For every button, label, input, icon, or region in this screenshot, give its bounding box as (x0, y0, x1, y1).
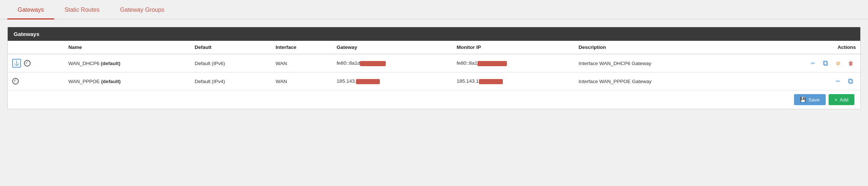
row2-name-suffix: (default) (101, 79, 121, 84)
row1-actions: ✏ ⊘ 🗑 (743, 54, 860, 72)
row2-interface: WAN (271, 72, 332, 90)
gateways-card: Gateways Name Default Interface Gateway … (7, 27, 861, 109)
row1-monitor-ip: fe80::8a1 (452, 54, 574, 72)
row1-gateway-redacted (360, 61, 386, 66)
edit-button[interactable]: ✏ (833, 76, 843, 86)
edit-button[interactable]: ✏ (808, 58, 818, 68)
row2-monitor-ip: 185.143.1 (452, 72, 574, 90)
col-icon (8, 41, 64, 54)
row1-name-suffix: (default) (101, 61, 120, 66)
copy-icon (823, 60, 829, 66)
table-header-row: Name Default Interface Gateway Monitor I… (8, 41, 860, 54)
copy-button[interactable] (821, 58, 831, 68)
row2-icons (8, 72, 64, 90)
add-plus-icon: + (835, 97, 837, 103)
copy-button[interactable] (846, 76, 856, 86)
table-row: WAN_PPPOE (default) Default (IPv4) WAN 1… (8, 72, 860, 90)
col-description: Description (574, 41, 743, 54)
row2-description: Interface WAN_PPPOE Gateway (574, 72, 743, 90)
tab-gateway-groups[interactable]: Gateway Groups (110, 0, 174, 19)
status-check-icon (12, 78, 19, 85)
row1-icons: ⚓ (8, 54, 64, 72)
table-row: ⚓ WAN_DHCP6 (default) Default (IPv6) WAN… (8, 54, 860, 72)
status-check-icon (24, 60, 31, 67)
anchor-icon: ⚓ (12, 59, 21, 68)
row2-gateway-redacted (356, 79, 380, 84)
row1-interface: WAN (271, 54, 332, 72)
main-content: Gateways Name Default Interface Gateway … (0, 19, 868, 117)
tabs-bar: Gateways Static Routes Gateway Groups (0, 0, 868, 19)
row2-monitor-redacted (479, 79, 503, 84)
row1-name: WAN_DHCP6 (default) (64, 54, 190, 72)
row2-actions: ✏ (743, 72, 860, 90)
col-interface: Interface (271, 41, 332, 54)
row1-default: Default (IPv6) (190, 54, 271, 72)
save-label: Save (808, 97, 820, 103)
delete-button[interactable]: 🗑 (846, 58, 856, 68)
col-actions: Actions (743, 41, 860, 54)
row2-name: WAN_PPPOE (default) (64, 72, 190, 90)
col-gateway: Gateway (332, 41, 452, 54)
gateways-table: Name Default Interface Gateway Monitor I… (8, 41, 860, 90)
tab-gateways[interactable]: Gateways (7, 0, 54, 19)
copy-icon (848, 78, 854, 84)
col-default: Default (190, 41, 271, 54)
save-icon: 💾 (800, 97, 806, 103)
row1-gateway: fe80::8a1d (332, 54, 452, 72)
row1-description: Interface WAN_DHCP6 Gateway (574, 54, 743, 72)
disable-button[interactable]: ⊘ (833, 58, 843, 68)
col-monitor-ip: Monitor IP (452, 41, 574, 54)
col-name: Name (64, 41, 190, 54)
footer-actions: 💾 Save + Add (8, 90, 860, 109)
save-button[interactable]: 💾 Save (794, 94, 826, 105)
add-button[interactable]: + Add (829, 94, 854, 105)
row2-gateway: 185.143. (332, 72, 452, 90)
add-label: Add (840, 97, 848, 103)
row1-monitor-redacted (477, 61, 507, 66)
card-header: Gateways (8, 27, 860, 41)
row2-default: Default (IPv4) (190, 72, 271, 90)
tab-static-routes[interactable]: Static Routes (54, 0, 110, 19)
